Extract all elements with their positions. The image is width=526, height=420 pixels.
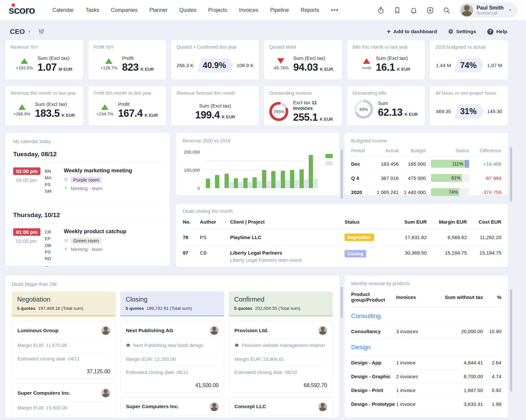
nav-projects[interactable]: Projects	[208, 7, 227, 13]
kpi-revenue-yoy[interactable]: Revenue YoY +193.5% Sum (Excl tax) 1.07M…	[5, 40, 83, 80]
bar-pair	[243, 178, 252, 188]
owner-avatar	[101, 326, 110, 335]
deals-closing-panel: Deals closing this month No. Author Clie…	[176, 204, 508, 267]
deal-sum: 37,125.00	[17, 365, 110, 375]
gear-icon: ⚙	[448, 28, 453, 35]
kpi-quoted-mom[interactable]: Quoted MoM -45.78% Sum (Excl tax) 94.03K…	[264, 40, 342, 80]
deal-card[interactable]: Next Publishing AG Next Publishing new b…	[120, 321, 224, 393]
trend-down-icon	[277, 58, 284, 64]
bar-pair	[271, 171, 280, 188]
table-header: Period Actual Budget Status Difference	[351, 148, 501, 157]
scrollbar-thumb[interactable]	[510, 147, 512, 201]
caret-down-icon: ▼	[28, 30, 31, 34]
user-menu[interactable]: Paul Smith Sunrise Ltd ▼	[459, 3, 517, 18]
nav-pipeline[interactable]: Pipeline	[270, 7, 289, 13]
deal-project: Liberty Legal Partners team event	[230, 258, 345, 263]
trend-up-icon	[18, 104, 26, 110]
kpi-revenue-forecast[interactable]: Revenue forecast this month Sum (Excl ta…	[171, 86, 259, 126]
table-row[interactable]: Consultancy 3 invoices 20,000.00 10.90	[351, 325, 501, 338]
event-title: Weekly marketing meeting	[64, 167, 162, 174]
nav-tasks[interactable]: Tasks	[86, 7, 99, 13]
table-row[interactable]: Dec 183 456 165 000 111% +18 456	[351, 157, 501, 171]
event-end-time: 03:00 pm	[16, 177, 45, 183]
kpi-bills-month[interactable]: Bills this month vs last year +∞% Sum (E…	[347, 40, 425, 80]
event-type: Meeting - team	[71, 247, 103, 252]
dashboard-name: CEO	[10, 28, 25, 36]
chevron-down-icon: ▼	[508, 8, 512, 12]
event-room: Green room	[71, 237, 101, 244]
kanban-column-closing: Closing 5 quotes199,732.91 (Total sum) N…	[120, 291, 224, 418]
kanban-column-header: Negotiation 5 quotes197,469.16 (Total su…	[12, 291, 116, 316]
trend-up-icon	[21, 58, 28, 64]
deal-card[interactable]: Concept LLC Margin EUR: 9,779.25	[229, 397, 333, 418]
table-row[interactable]: 78 PS Playtime LLC Negotiation 17,831.82…	[183, 229, 501, 246]
deal-card[interactable]: Luminous Group Margin EUR: 11,675.00 Est…	[12, 321, 116, 379]
main-nav: Calendar Tasks Companies Planner Quotes …	[53, 7, 339, 13]
settings-button[interactable]: ⚙ Settings	[448, 28, 476, 35]
table-row[interactable]: Design - Prototype 1 invoice 3,633.31 1.…	[351, 397, 501, 411]
table-row[interactable]: Design - App 1 invoice 4,844.41 2.64	[351, 356, 501, 370]
table-row[interactable]: 2020 1 065 241 1 440 000 74% -374 759	[351, 185, 501, 199]
bar-pair	[309, 155, 318, 188]
dashboard-selector[interactable]: CEO ▼	[10, 28, 31, 36]
calendar-day-heading: Tuesday, 08/12	[13, 151, 162, 158]
nav-quotes[interactable]: Quotes	[179, 7, 197, 13]
calendar-event[interactable]: 01:00 pm 02:00 pm CR EP OB PS RD ... Wee…	[13, 223, 162, 275]
kpi-outstanding-bills[interactable]: Outstanding bills 69% Sum 62.13K EUR	[347, 86, 425, 126]
donut-gauge: 255%	[269, 102, 288, 121]
plus-square-icon[interactable]	[426, 7, 434, 14]
table-row[interactable]: Q 4 387 016 475 000 81% -87 984	[351, 171, 501, 185]
bell-icon[interactable]	[410, 7, 418, 14]
legend-2019-swatch	[325, 161, 333, 165]
kpi-revenue-month[interactable]: Revenue this month vs last year +266.9% …	[5, 86, 83, 126]
bookmark-icon[interactable]	[394, 7, 401, 14]
kpi-outstanding-invoices[interactable]: Outstanding invoices 255% Excl tax 11 in…	[264, 86, 342, 126]
scrollbar-thumb[interactable]	[341, 150, 343, 199]
status-badge: Closing	[345, 250, 366, 258]
nav-reports[interactable]: Reports	[301, 7, 319, 13]
chart-y-axis: 200,000 100,000 0	[183, 149, 204, 191]
help-button[interactable]: ? Help	[487, 29, 507, 35]
calendar-panel: My calendar today Tuesday, 08/12 02:00 p…	[5, 133, 170, 266]
deal-card[interactable]: Provision Ltd. Provision website managem…	[229, 321, 333, 393]
deal-project: Next Publishing new book design	[126, 339, 219, 353]
trend-up-icon	[101, 104, 108, 110]
filter-sliders-icon[interactable]	[38, 28, 45, 35]
product-group-link[interactable]: Consulting	[351, 307, 501, 325]
add-to-dashboard-button[interactable]: + Add to dashboard	[387, 28, 437, 36]
scrollbar-thumb[interactable]	[510, 289, 512, 391]
deals-kanban-panel: Deals bigger than 25k Negotiation 5 quot…	[5, 276, 339, 418]
scrollbar-thumb[interactable]	[341, 287, 343, 318]
search-icon[interactable]	[443, 7, 450, 14]
table-row[interactable]: 97 CB Liberty Legal Partners Liberty Leg…	[183, 246, 501, 267]
status-bar: 81%	[431, 174, 469, 182]
calendar-event[interactable]: 02:00 pm 03:00 pm BN MA PS SM Weekly mar…	[13, 162, 162, 201]
kpi-profit-month[interactable]: Profit this month vs last year +234.7% P…	[88, 86, 166, 126]
owner-avatar	[210, 402, 219, 411]
nav-invoices[interactable]: Invoices	[239, 7, 258, 13]
bar-pair	[252, 177, 261, 188]
table-row[interactable]: Design - Graphic 2 invoices 8,700.00 4.7…	[351, 370, 501, 383]
panel-title: Monthly revenue by products	[351, 281, 501, 286]
kpi-hours[interactable]: All hours vs non-project hours 469:35 31…	[430, 86, 508, 126]
table-row[interactable]: Design - Print 1 invoice 1,687.50 0.92	[351, 383, 501, 397]
deal-card[interactable]: Super Computers Inc. Margin EUR: 15,600.…	[12, 383, 116, 418]
panel-title: Revenue 2020 vs 2019	[183, 138, 333, 143]
product-group-link[interactable]: Design	[351, 338, 501, 356]
kanban-column-confirmed: Confirmed 5 quotes202,004.55 (Total sum)…	[229, 291, 333, 418]
deal-card[interactable]: Super Computers Inc. Margin EUR: 19,900.…	[120, 397, 224, 418]
kanban-column-negotiation: Negotiation 5 quotes197,469.16 (Total su…	[12, 291, 116, 418]
nav-planner[interactable]: Planner	[149, 7, 167, 13]
revenue-chart-bars	[204, 152, 320, 188]
nav-calendar[interactable]: Calendar	[53, 7, 74, 13]
kpi-budgeted-vs-actual[interactable]: 2020 budgeted vs actual 1.44 M 74% 1.07 …	[430, 40, 508, 80]
kpi-profit-yoy[interactable]: Profit YoY +126.7% Profit 823K EUR	[88, 40, 166, 80]
table-header: No. Author Client | Project Status Sum E…	[183, 219, 501, 229]
deal-sum: 68,592.70	[234, 379, 327, 388]
scoro-logo[interactable]: scoro	[9, 4, 35, 16]
nav-companies[interactable]: Companies	[111, 7, 137, 13]
stopwatch-icon[interactable]	[377, 7, 385, 14]
nav-more-menu[interactable]: •••	[331, 7, 339, 13]
owner-avatar	[318, 402, 327, 411]
kpi-quoted-confirmed[interactable]: Quoted > Confirmed this year 266.3 K 40.…	[171, 40, 259, 80]
